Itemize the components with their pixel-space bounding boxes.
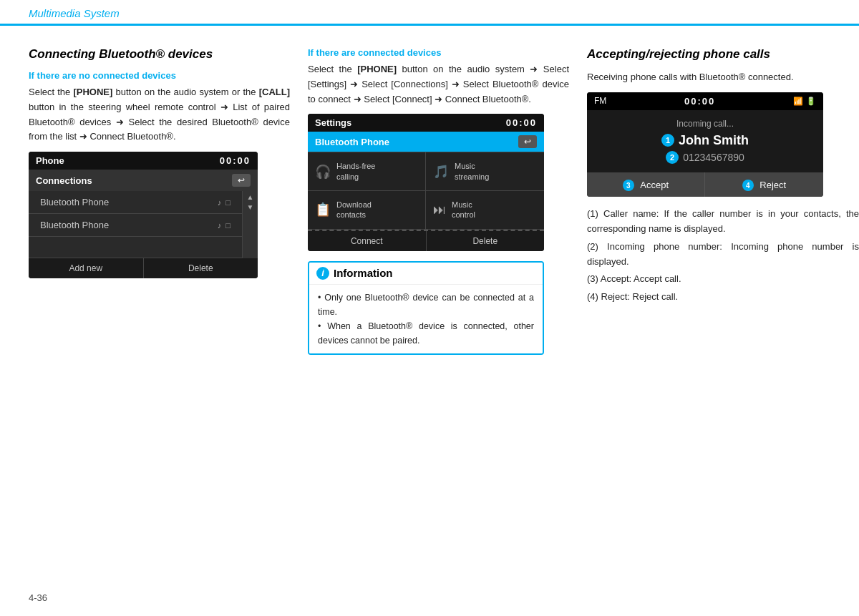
caller-number-badge-2: 2 [666,151,679,164]
left-subsection-title: If there are no connected devices [29,70,290,81]
main-content: Connecting Bluetooth® devices If there a… [0,26,859,369]
phone-ui-header-label: Phone [36,155,64,166]
settings-footer: Connect Delete [308,230,544,251]
left-section-title: Connecting Bluetooth® devices [29,47,290,62]
reject-number-badge: 4 [742,180,754,191]
phone-item-1-label: Bluetooth Phone [40,197,109,207]
page-header: Multimedia System [0,0,859,26]
settings-item-music-control[interactable]: ⏭ Musiccontrol [426,191,544,230]
numbered-notes: (1) Caller name: If the caller number is… [587,207,859,305]
accept-label: Accept [640,180,669,190]
info-box-header: i Information [309,263,543,285]
phone-list-items: Bluetooth Phone ♪ □ Bluetooth Phone ♪ □ [29,191,242,258]
settings-item-control-text: Musiccontrol [452,200,475,220]
info-bullet-2: When a Bluetooth® device is connected, o… [318,319,534,348]
caller-name: John Smith [679,133,749,148]
right-intro-text: Receiving phone calls with Bluetooth® co… [587,70,859,85]
settings-item-music-streaming[interactable]: 🎵 Musicstreaming [426,152,544,191]
scroll-bar: ▲ ▼ [242,191,258,258]
music-streaming-icon: 🎵 [433,164,449,180]
phone-item-2-icons: ♪ □ [218,221,230,230]
info-body: Only one Bluetooth® device can be connec… [309,285,543,353]
device-icon: □ [225,198,230,207]
phone-list-item-1[interactable]: Bluetooth Phone ♪ □ [29,191,242,214]
add-new-button[interactable]: Add new [29,258,144,278]
settings-bt-label: Bluetooth Phone [315,137,389,147]
connections-label: Connections [36,175,92,186]
left-body-text: Select the [PHONE] button on the audio s… [29,85,290,145]
fm-label: FM [594,96,606,106]
phone-ui-header: Phone 00:00 [29,152,258,170]
caller-number-row: 2 01234567890 [598,151,812,164]
phone-list-item-2[interactable]: Bluetooth Phone ♪ □ [29,214,242,237]
phone-ui-header-time: 00:00 [220,155,251,166]
settings-item-streaming-text: Musicstreaming [455,161,489,182]
contacts-icon: 📋 [315,202,331,217]
note-4: (4) Reject: Reject call. [587,290,859,305]
phone-footer: Add new Delete [29,258,258,278]
settings-delete-button[interactable]: Delete [427,231,545,251]
phone-item-2-label: Bluetooth Phone [40,220,109,230]
phone-item-1-icons: ♪ □ [218,198,230,207]
reject-label: Reject [759,180,786,190]
header-title: Multimedia System [29,7,120,24]
left-column: Connecting Bluetooth® devices If there a… [29,47,308,355]
info-bullet-1: Only one Bluetooth® device can be connec… [318,290,534,319]
back-button[interactable]: ↩ [232,174,251,187]
note-2: (2) Incoming phone number: Incoming phon… [587,240,859,270]
incoming-call-text: Incoming call... [598,119,812,129]
call-ui-mockup: FM 00:00 📶 🔋 Incoming call... 1 John Smi… [587,92,823,197]
info-title: Information [334,267,393,279]
note-1: (1) Caller name: If the caller number is… [587,207,859,237]
connect-button[interactable]: Connect [308,231,427,251]
settings-header-label: Settings [315,117,351,128]
page-number: 4-36 [29,592,47,603]
music-icon-2: ♪ [218,221,222,230]
settings-ui-header: Settings 00:00 [308,114,544,132]
settings-back-button[interactable]: ↩ [518,135,537,148]
headphone-icon: 🎧 [315,164,331,180]
information-box: i Information Only one Bluetooth® device… [308,261,544,355]
settings-item-download-contacts[interactable]: 📋 Downloadcontacts [308,191,426,230]
delete-button[interactable]: Delete [144,258,258,278]
settings-item-contacts-text: Downloadcontacts [336,200,372,220]
battery-icon: 🔋 [806,97,816,106]
settings-header-time: 00:00 [506,117,537,128]
settings-ui-mockup: Settings 00:00 Bluetooth Phone ↩ 🎧 Hands… [308,114,544,250]
call-footer: 3 Accept 4 Reject [587,172,823,197]
scroll-up-icon[interactable]: ▲ [247,194,254,201]
settings-item-handsfree[interactable]: 🎧 Hands-freecalling [308,152,426,191]
reject-call-button[interactable]: 4 Reject [705,172,823,197]
settings-grid: 🎧 Hands-freecalling 🎵 Musicstreaming 📋 D… [308,152,544,229]
settings-bt-bar: Bluetooth Phone ↩ [308,132,544,152]
phone-ui-menu: Connections ↩ [29,170,258,191]
call-ui-status-icons: 📶 🔋 [793,97,816,106]
caller-name-row: 1 John Smith [598,133,812,148]
settings-item-handsfree-text: Hands-freecalling [336,161,375,182]
note-3: (3) Accept: Accept call. [587,272,859,287]
accept-call-button[interactable]: 3 Accept [587,172,705,197]
call-ui-header: FM 00:00 📶 🔋 [587,92,823,110]
caller-phone-number: 01234567890 [683,152,744,163]
middle-body-text: Select the [PHONE] button on the audio s… [308,62,569,107]
caller-number-badge-1: 1 [661,134,674,147]
signal-icon: 📶 [793,97,803,106]
right-column: Accepting/rejecting phone calls Receivin… [587,47,859,355]
accept-number-badge: 3 [623,180,634,191]
phone-ui-mockup: Phone 00:00 Connections ↩ Bluetooth Phon… [29,152,258,278]
phone-list: Bluetooth Phone ♪ □ Bluetooth Phone ♪ □ [29,191,258,258]
middle-subsection-title: If there are connected devices [308,47,569,58]
call-ui-body: Incoming call... 1 John Smith 2 01234567… [587,110,823,172]
music-icon: ♪ [218,198,222,207]
middle-column: If there are connected devices Select th… [308,47,587,355]
right-section-title: Accepting/rejecting phone calls [587,47,859,62]
scroll-down-icon[interactable]: ▼ [247,204,254,211]
device-icon-2: □ [225,221,230,230]
info-icon: i [316,267,329,280]
phone-list-spacer [29,237,242,258]
scroll-arrows: ▲ ▼ [243,191,258,214]
call-ui-time: 00:00 [684,96,715,107]
music-control-icon: ⏭ [433,202,446,217]
